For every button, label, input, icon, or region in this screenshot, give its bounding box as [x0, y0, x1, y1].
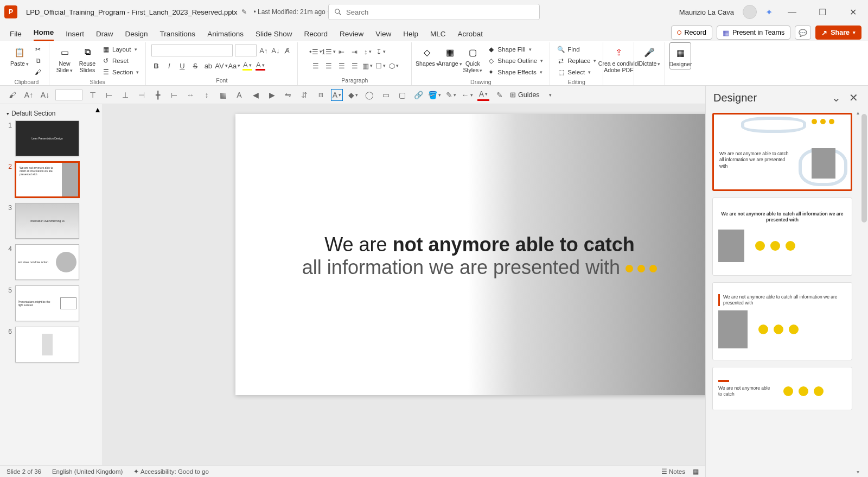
tab-mlc[interactable]: MLC	[430, 30, 446, 41]
user-name[interactable]: Maurizio La Cava	[679, 8, 734, 16]
tab-draw[interactable]: Draw	[96, 30, 113, 41]
shadow-button[interactable]: ab	[203, 61, 213, 71]
tab-record[interactable]: Record	[304, 30, 328, 41]
roundrect-icon[interactable]: ▢	[396, 89, 408, 101]
layout-button[interactable]: ▦Layout	[99, 44, 141, 55]
align-right-icon[interactable]: ⊢	[168, 89, 180, 101]
grow-font-button[interactable]: A↑	[259, 46, 269, 55]
designer-collapse-button[interactable]: ⌄	[829, 91, 843, 105]
reset-button[interactable]: ↺Reset	[99, 55, 141, 66]
link-icon[interactable]: 🔗	[412, 89, 424, 101]
group-icon[interactable]: ▦	[217, 89, 229, 101]
cut-button[interactable]: ✂	[31, 44, 44, 55]
search-input[interactable]	[346, 8, 534, 16]
highlight-button[interactable]: A	[242, 61, 252, 71]
section-header[interactable]: Default Section	[4, 107, 98, 120]
align-bottom-icon[interactable]: ⊥	[119, 89, 131, 101]
align-text-button[interactable]: ☐	[376, 61, 386, 71]
select-button[interactable]: ⬚Select	[554, 67, 598, 78]
font-family-input[interactable]	[151, 44, 233, 56]
tab-animations[interactable]: Animations	[207, 30, 244, 41]
flip-v-icon[interactable]: ⇵	[298, 89, 310, 101]
outline-icon[interactable]: ✎	[445, 89, 457, 101]
close-button[interactable]: ✕	[842, 4, 864, 20]
thumb-5[interactable]: Presentations might be the right solutio…	[15, 285, 79, 321]
shape-outline-button[interactable]: ◇Shape Outline	[484, 55, 545, 66]
font-color-icon[interactable]: A	[477, 89, 489, 101]
spacing-button[interactable]: AV	[216, 61, 226, 71]
increase-font-icon[interactable]: A↑	[23, 89, 35, 101]
scroll-down-icon[interactable]: ▾	[857, 469, 859, 475]
format-painter-icon[interactable]: 🖌	[7, 89, 18, 101]
outdent-button[interactable]: ⇤	[337, 47, 347, 56]
bold-button[interactable]: B	[151, 61, 161, 71]
view-normal-icon[interactable]: ▦	[693, 468, 699, 475]
reuse-slides-button[interactable]: ⧉Reuse Slides	[76, 42, 98, 73]
format-painter-button[interactable]: 🖌	[31, 67, 44, 78]
present-teams-button[interactable]: ▦Present in Teams	[717, 26, 790, 40]
thumb-3[interactable]: Information overwhelming us	[15, 203, 79, 239]
tab-insert[interactable]: Insert	[66, 30, 84, 41]
current-slide[interactable]: We are not anymore able to catch all inf…	[235, 114, 735, 395]
coming-soon-icon[interactable]: ✦	[765, 7, 773, 17]
arrange-button[interactable]: ▦Arrange	[439, 42, 461, 67]
replace-button[interactable]: ⇄Replace	[554, 55, 598, 66]
accessibility-status[interactable]: ✦ Accessibility: Good to go	[133, 468, 208, 475]
designer-button[interactable]: ▦Designer	[669, 42, 691, 69]
tab-help[interactable]: Help	[403, 30, 418, 41]
thumb-2[interactable]: We are not anymore able to catch all inf…	[15, 162, 79, 198]
tab-transitions[interactable]: Transitions	[160, 30, 196, 41]
last-modified[interactable]: • Last Modified: 21m ago▾	[253, 8, 330, 16]
underline-button[interactable]: U	[177, 61, 187, 71]
copy-button[interactable]: ⧉	[31, 55, 44, 66]
tab-slideshow[interactable]: Slide Show	[256, 30, 292, 41]
decrease-font-icon[interactable]: A↓	[39, 89, 51, 101]
designer-close-button[interactable]: ✕	[846, 91, 860, 105]
align-center-icon[interactable]: ╋	[152, 89, 164, 101]
textbox-icon[interactable]: A	[331, 89, 343, 101]
bullets-button[interactable]: •☰	[311, 47, 321, 56]
thumb-6[interactable]	[15, 327, 79, 362]
share-button[interactable]: ↗Share▾	[815, 26, 861, 40]
design-idea-1[interactable]: We are not anymore able to catch all inf…	[712, 113, 852, 191]
line-spacing-button[interactable]: ↕	[363, 47, 373, 56]
flip-h-icon[interactable]: ⇋	[282, 89, 294, 101]
design-idea-4[interactable]: We are not anymore able to catch	[712, 367, 852, 410]
comments-button[interactable]: 💬	[795, 26, 811, 40]
align-left-button[interactable]: ☰	[311, 61, 321, 71]
rect-icon[interactable]: ▭	[380, 89, 392, 101]
thumb-scroll-up[interactable]: ▴	[93, 104, 102, 114]
tab-file[interactable]: File	[10, 30, 22, 41]
guides-toggle[interactable]: ⊞Guides	[510, 91, 540, 99]
italic-button[interactable]: I	[164, 61, 174, 71]
tab-design[interactable]: Design	[125, 30, 148, 41]
font-selector[interactable]	[55, 90, 82, 100]
record-button[interactable]: Record	[671, 26, 712, 40]
shape-effects-button[interactable]: ✦Shape Effects	[484, 67, 545, 78]
design-idea-3[interactable]: We are not anymore able to catch all inf…	[712, 282, 852, 360]
slide-text[interactable]: We are not anymore able to catch all inf…	[257, 233, 702, 279]
shrink-font-button[interactable]: A↓	[271, 46, 280, 55]
avatar[interactable]	[743, 5, 757, 19]
align-center-button[interactable]: ☰	[324, 61, 334, 71]
adobe-pdf-button[interactable]: ⇪Crea e condividi Adobe PDF	[608, 42, 629, 73]
new-slide-button[interactable]: ▭New Slide	[54, 42, 75, 73]
shape-fill-icon[interactable]: ◆	[347, 89, 359, 101]
slide-counter[interactable]: Slide 2 of 36	[7, 468, 41, 475]
paste-button[interactable]: 📋Paste	[9, 42, 30, 67]
notes-button[interactable]: ☰ Notes	[661, 468, 685, 475]
thumb-4[interactable]: and does not drive action	[15, 244, 79, 280]
find-button[interactable]: 🔍Find	[554, 44, 598, 55]
tab-view[interactable]: View	[375, 30, 391, 41]
eyedropper-icon[interactable]: ✎	[494, 89, 506, 101]
minimize-button[interactable]: —	[781, 4, 803, 20]
smartart-button[interactable]: ⬡	[389, 61, 399, 71]
indent-button[interactable]: ⇥	[350, 47, 360, 56]
maximize-button[interactable]: ☐	[812, 4, 833, 20]
send-back-icon[interactable]: ◀	[250, 89, 261, 101]
section-button[interactable]: ☰Section	[99, 67, 141, 78]
case-button[interactable]: Aa	[229, 61, 239, 71]
designer-scrollbar[interactable]	[861, 114, 867, 222]
more-icon[interactable]	[544, 89, 556, 101]
arrow-icon[interactable]: ←	[461, 89, 473, 101]
